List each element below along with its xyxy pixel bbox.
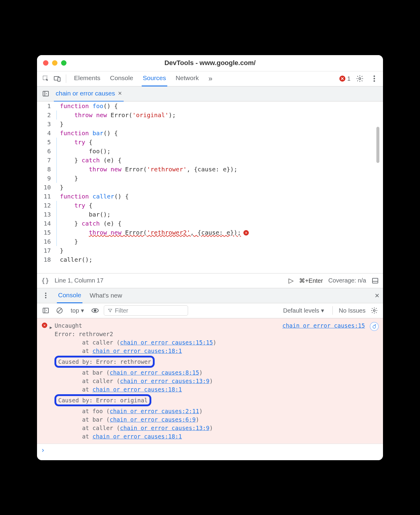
stack-frame-link[interactable]: chain or error causes:13:9: [120, 425, 209, 431]
tab-elements[interactable]: Elements: [73, 71, 102, 86]
code-line[interactable]: } catch (e) {: [56, 219, 383, 228]
cursor-position: Line 1, Column 17: [55, 277, 103, 284]
console-toolbar: top ▾ Filter Default levels ▾ No Issues: [37, 303, 383, 318]
stack-frame-link[interactable]: chain or error causes:18:1: [92, 433, 182, 440]
code-editor[interactable]: 123456789101112131415161718 function foo…: [37, 101, 383, 273]
code-line[interactable]: throw new Error('original');: [56, 111, 383, 120]
error-count-badge[interactable]: ✕ 1: [339, 75, 351, 82]
stack-frame-link[interactable]: chain or error causes:13:9: [120, 378, 209, 384]
scrollbar-thumb[interactable]: [376, 127, 379, 163]
stack-frame-link[interactable]: chain or error causes:18:1: [92, 386, 182, 393]
live-expression-icon[interactable]: [90, 305, 100, 316]
file-tabs-bar: chain or error causes ×: [37, 86, 383, 101]
console-line: Error: rethrower2: [54, 330, 216, 338]
settings-gear-icon[interactable]: [355, 73, 365, 84]
message-source-link[interactable]: chain or error causes:15: [282, 321, 365, 330]
close-window-button[interactable]: [43, 60, 48, 66]
inspect-icon[interactable]: [41, 73, 51, 84]
code-line[interactable]: foo();: [56, 147, 383, 156]
device-toolbar-icon[interactable]: [52, 73, 62, 84]
pretty-print-icon[interactable]: {}: [41, 277, 49, 284]
log-levels-dropdown[interactable]: Default levels ▾: [281, 306, 326, 315]
svg-point-4: [374, 76, 375, 77]
file-tab-close-icon[interactable]: ×: [118, 89, 122, 97]
stack-frame-link[interactable]: chain or error causes:2:11: [110, 408, 199, 414]
code-line[interactable]: try {: [56, 138, 383, 147]
code-line[interactable]: function foo() {: [56, 101, 383, 111]
code-line[interactable]: try {: [56, 201, 383, 210]
execution-context-dropdown[interactable]: top ▾: [68, 306, 86, 315]
ai-insight-icon[interactable]: [370, 322, 379, 331]
svg-point-12: [45, 295, 47, 296]
dock-icon[interactable]: [372, 277, 379, 284]
tabs-overflow-icon[interactable]: »: [207, 71, 214, 86]
console-error-message: ✕ ▶ UncaughtError: rethrower2 at caller …: [42, 321, 383, 441]
context-label: top: [71, 307, 79, 314]
issues-label[interactable]: No Issues: [339, 307, 366, 314]
titlebar: DevTools - www.google.com/: [37, 55, 383, 71]
main-toolbar: Elements Console Sources Network » ✕ 1: [37, 71, 383, 86]
code-line[interactable]: bar();: [56, 210, 383, 219]
console-line: at chain or error causes:18:1: [54, 347, 216, 355]
svg-point-20: [373, 310, 375, 311]
stack-frame-link[interactable]: chain or error causes:8:15: [110, 369, 199, 376]
console-filter-input[interactable]: Filter: [104, 305, 188, 316]
code-line[interactable]: function caller() {: [56, 192, 383, 201]
code-line[interactable]: }: [56, 120, 383, 129]
file-tab-name: chain or error causes: [56, 90, 115, 97]
expand-icon[interactable]: ▶: [50, 323, 52, 332]
drawer-close-icon[interactable]: ×: [375, 291, 379, 300]
line-number: 12: [37, 201, 51, 210]
line-number: 6: [37, 147, 51, 156]
code-line[interactable]: }: [56, 246, 383, 255]
line-number: 5: [37, 138, 51, 147]
code-line[interactable]: }: [56, 183, 383, 192]
svg-rect-2: [58, 77, 60, 81]
run-shortcut: ⌘+Enter: [299, 277, 323, 284]
code-line[interactable]: throw new Error('rethrower2', {cause: e}…: [56, 228, 383, 237]
code-line[interactable]: } catch (e) {: [56, 156, 383, 165]
code-line[interactable]: caller();: [56, 255, 383, 264]
inline-error-icon[interactable]: ✕: [243, 230, 249, 236]
drawer-tab-whatsnew[interactable]: What's new: [88, 288, 123, 303]
run-icon[interactable]: ▷: [289, 277, 294, 285]
console-line: Caused by: Error: rethrower: [54, 355, 216, 368]
console-input-prompt[interactable]: ›: [37, 444, 383, 460]
tab-network[interactable]: Network: [174, 71, 200, 86]
code-line[interactable]: throw new Error('rethrower', {cause: e})…: [56, 165, 383, 174]
file-tab-active[interactable]: chain or error causes ×: [54, 86, 124, 102]
maximize-window-button[interactable]: [61, 60, 66, 66]
code-line[interactable]: }: [56, 174, 383, 183]
drawer-kebab-icon[interactable]: [41, 290, 51, 301]
drawer-tab-console[interactable]: Console: [57, 288, 82, 303]
navigator-toggle-icon[interactable]: [41, 89, 51, 99]
prompt-chevron-icon: ›: [42, 446, 44, 454]
console-line: at bar (chain or error causes:6:9): [54, 415, 216, 424]
console-sidebar-toggle-icon[interactable]: [41, 305, 51, 316]
tab-console[interactable]: Console: [109, 71, 134, 86]
kebab-menu-icon[interactable]: [369, 73, 379, 84]
svg-rect-14: [43, 308, 48, 313]
line-number: 14: [37, 219, 51, 228]
svg-point-5: [374, 78, 375, 80]
stack-frame-link[interactable]: chain or error causes:18:1: [92, 348, 182, 354]
console-line: at foo (chain or error causes:2:11): [54, 407, 216, 415]
line-number: 11: [37, 192, 51, 201]
code-line[interactable]: function bar() {: [56, 129, 383, 138]
error-icon: ✕: [339, 76, 345, 82]
code-line[interactable]: }: [56, 237, 383, 246]
svg-rect-9: [372, 278, 378, 283]
stack-frame-link[interactable]: chain or error causes:15:15: [120, 339, 213, 346]
coverage-status: Coverage: n/a: [328, 277, 366, 284]
tab-sources[interactable]: Sources: [142, 71, 167, 86]
minimize-window-button[interactable]: [52, 60, 57, 66]
console-line: Uncaught: [54, 321, 216, 330]
line-number: 18: [37, 255, 51, 264]
console-settings-gear-icon[interactable]: [369, 305, 379, 316]
line-number: 2: [37, 111, 51, 120]
code-area[interactable]: function foo() { throw new Error('origin…: [56, 101, 383, 273]
filter-placeholder: Filter: [115, 307, 128, 314]
clear-console-icon[interactable]: [54, 305, 65, 316]
line-number: 9: [37, 174, 51, 183]
stack-frame-link[interactable]: chain or error causes:6:9: [110, 416, 196, 423]
